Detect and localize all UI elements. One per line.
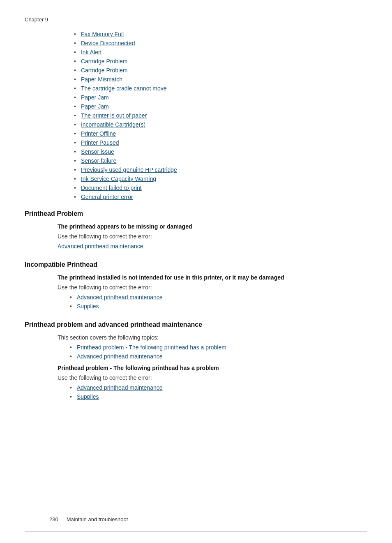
section-bullet-link[interactable]: Printhead problem - The following printh…: [77, 344, 226, 351]
toc-link[interactable]: General printer error: [81, 194, 133, 200]
toc-list-item: Previously used genuine HP cartridge: [74, 166, 367, 173]
toc-list-item: The cartridge cradle cannot move: [74, 85, 367, 92]
sub-section-bullet-link[interactable]: Advanced printhead maintenance: [77, 384, 163, 391]
section-bullet-list: Advanced printhead maintenanceSupplies: [70, 294, 367, 310]
toc-link[interactable]: Paper Jam: [81, 94, 109, 101]
toc-link[interactable]: Document failed to print: [81, 185, 142, 191]
sub-section-bullet-item: Supplies: [70, 393, 367, 400]
toc-list-item: Paper Jam: [74, 103, 367, 110]
toc-list-item: Sensor issue: [74, 148, 367, 155]
toc-link[interactable]: Sensor issue: [81, 148, 114, 155]
toc-link[interactable]: The cartridge cradle cannot move: [81, 85, 167, 92]
section-incompatible-printhead: Incompatible PrintheadThe printhead inst…: [25, 261, 367, 310]
section-link[interactable]: Advanced printhead maintenance: [58, 243, 143, 250]
toc-link[interactable]: Ink Alert: [81, 49, 102, 55]
toc-link[interactable]: Paper Mismatch: [81, 76, 122, 83]
toc-list-item: Document failed to print: [74, 185, 367, 191]
toc-list-item: Sensor failure: [74, 157, 367, 164]
toc-list-item: Fax Memory Full: [74, 31, 367, 37]
toc-list-item: Ink Alert: [74, 49, 367, 55]
toc-list-item: The printer is out of paper: [74, 112, 367, 119]
section-bullet-item: Advanced printhead maintenance: [70, 294, 367, 300]
toc-list-item: General printer error: [74, 194, 367, 200]
sub-section-bullet-list: Advanced printhead maintenanceSupplies: [70, 384, 367, 400]
sub-heading: The printhead installed is not intended …: [58, 274, 367, 281]
section-link-container: Advanced printhead maintenance: [58, 243, 367, 250]
toc-link[interactable]: Incompatible Cartridge(s): [81, 121, 145, 128]
toc-link[interactable]: Printer Paused: [81, 139, 119, 146]
footer-page-number: 230: [49, 516, 58, 522]
toc-link[interactable]: Sensor failure: [81, 157, 116, 164]
chapter-label: Chapter 9: [25, 16, 367, 23]
section-heading: Printhead problem and advanced printhead…: [25, 321, 367, 328]
toc-link[interactable]: The printer is out of paper: [81, 112, 147, 119]
sub-heading: The printhead appears to be missing or d…: [58, 223, 367, 230]
toc-link[interactable]: Printer Offline: [81, 130, 116, 137]
sub-section-bullet-link[interactable]: Supplies: [77, 393, 99, 400]
toc-list-item: Ink Service Capacity Warning: [74, 176, 367, 182]
section-bullet-item: Printhead problem - The following printh…: [70, 344, 367, 351]
section-printhead-problem-advanced: Printhead problem and advanced printhead…: [25, 321, 367, 400]
toc-list-item: Paper Mismatch: [74, 76, 367, 83]
toc-list-item: Printer Paused: [74, 139, 367, 146]
toc-link[interactable]: Device Disconnected: [81, 40, 135, 46]
section-heading: Printhead Problem: [25, 210, 367, 217]
sub-section-bullet-item: Advanced printhead maintenance: [70, 384, 367, 391]
section-heading: Incompatible Printhead: [25, 261, 367, 268]
body-text: Use the following to correct the error:: [58, 233, 367, 240]
toc-list-item: Cartridge Problem: [74, 67, 367, 74]
section-bullet-link[interactable]: Advanced printhead maintenance: [77, 353, 163, 360]
body-text: This section covers the following topics…: [58, 334, 367, 341]
body-text: Use the following to correct the error:: [58, 284, 367, 291]
toc-link[interactable]: Paper Jam: [81, 103, 109, 110]
toc-list-item: Paper Jam: [74, 94, 367, 101]
toc-link[interactable]: Cartridge Problem: [81, 67, 128, 74]
toc-list-item: Device Disconnected: [74, 40, 367, 46]
toc-list-item: Cartridge Problem: [74, 58, 367, 65]
section-bullet-item: Supplies: [70, 303, 367, 310]
toc-link[interactable]: Cartridge Problem: [81, 58, 128, 65]
toc-list-item: Incompatible Cartridge(s): [74, 121, 367, 128]
section-printhead-problem: Printhead ProblemThe printhead appears t…: [25, 210, 367, 250]
footer: 230 Maintain and troubleshoot: [25, 531, 367, 535]
toc-link[interactable]: Fax Memory Full: [81, 31, 124, 37]
toc-link[interactable]: Ink Service Capacity Warning: [81, 176, 156, 182]
sub-section-body-text: Use the following to correct the error:: [58, 374, 367, 381]
section-bullet-list: Printhead problem - The following printh…: [70, 344, 367, 360]
footer-text: Maintain and troubleshoot: [67, 516, 128, 522]
section-bullet-link[interactable]: Supplies: [77, 303, 99, 310]
toc-list-item: Printer Offline: [74, 130, 367, 137]
section-bullet-link[interactable]: Advanced printhead maintenance: [77, 294, 163, 300]
toc-list: Fax Memory FullDevice DisconnectedInk Al…: [74, 31, 367, 200]
section-bullet-item: Advanced printhead maintenance: [70, 353, 367, 360]
toc-link[interactable]: Previously used genuine HP cartridge: [81, 166, 177, 173]
sub-section-heading: Printhead problem - The following printh…: [58, 365, 367, 371]
